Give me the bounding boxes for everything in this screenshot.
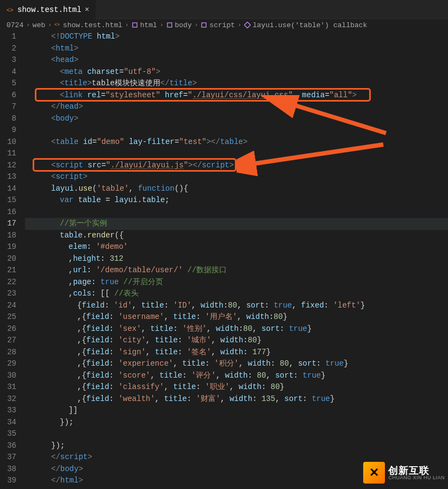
breadcrumb-item[interactable]: script: [201, 21, 235, 29]
line-number: 29: [0, 358, 16, 370]
code-line[interactable]: ,url: '/demo/table/user/' //数据接口: [25, 265, 448, 277]
tab-bar: <> show.test.html ×: [0, 0, 448, 19]
line-number: 21: [0, 265, 16, 277]
svg-rect-2: [133, 23, 137, 27]
breadcrumb-item[interactable]: html: [132, 21, 157, 29]
code-line[interactable]: table.render({: [25, 230, 448, 242]
code-line[interactable]: <script src="./layui/layui.js"></script>: [25, 160, 448, 172]
line-number: 12: [0, 160, 16, 172]
line-number: 20: [0, 253, 16, 265]
line-number: 36: [0, 440, 16, 452]
chevron-right-icon: ›: [194, 22, 199, 28]
watermark-title: 创新互联: [388, 466, 445, 475]
chevron-right-icon: ›: [26, 22, 30, 28]
code-line[interactable]: });: [25, 440, 448, 452]
code-line[interactable]: ,{field: 'sex', title: '性别', width:80, s…: [25, 323, 448, 335]
tab-label: show.test.html: [17, 5, 82, 14]
code-line[interactable]: <html>: [25, 43, 448, 55]
chevron-right-icon: ›: [47, 22, 52, 28]
symbol-icon: [201, 22, 207, 28]
svg-text:<>: <>: [7, 7, 14, 13]
watermark-logo-icon: ✕: [363, 462, 385, 484]
code-line[interactable]: <script>: [25, 171, 448, 183]
html-file-icon: <>: [7, 6, 14, 14]
code-line[interactable]: [25, 124, 448, 136]
code-line[interactable]: [25, 148, 448, 160]
svg-rect-4: [202, 23, 206, 27]
code-line[interactable]: ,{field: 'classify', title: '职业', width:…: [25, 381, 448, 393]
svg-rect-5: [244, 22, 250, 28]
code-line[interactable]: ,{field: 'username', title: '用户名', width…: [25, 311, 448, 323]
code-line[interactable]: <link rel="stylesheet" href="./layui/css…: [25, 90, 448, 102]
code-area[interactable]: <!DOCTYPE html><html><head><meta charset…: [25, 31, 448, 489]
line-number: 7: [0, 101, 16, 113]
line-number: 22: [0, 277, 16, 289]
svg-rect-3: [167, 23, 172, 27]
line-number: 11: [0, 148, 16, 160]
code-line[interactable]: <head>: [25, 54, 448, 66]
chevron-right-icon: ›: [159, 22, 164, 28]
breadcrumb-item[interactable]: layui.use('table') callback: [244, 21, 368, 29]
code-line[interactable]: ,page: true //开启分页: [25, 277, 448, 289]
line-number: 23: [0, 288, 16, 300]
code-line[interactable]: ,{field: 'city', title: '城市', width:80}: [25, 335, 448, 347]
line-number: 1: [0, 31, 16, 43]
code-line[interactable]: ,height: 312: [25, 253, 448, 265]
svg-text:<>: <>: [54, 22, 60, 27]
code-line[interactable]: [25, 428, 448, 440]
tab-active[interactable]: <> show.test.html ×: [0, 0, 96, 19]
breadcrumb-item[interactable]: <> show.test.html: [54, 21, 122, 29]
code-line[interactable]: layui.use('table', function(){: [25, 183, 448, 195]
line-number: 6: [0, 90, 16, 102]
editor[interactable]: 1234567891011121314151617181920212223242…: [0, 31, 448, 489]
line-number: 26: [0, 323, 16, 335]
code-line[interactable]: //第一个实例: [25, 218, 448, 230]
line-number: 24: [0, 300, 16, 312]
code-line[interactable]: ,{field: 'sign', title: '签名', width: 177…: [25, 347, 448, 359]
code-line[interactable]: ,{field: 'wealth', title: '财富', width: 1…: [25, 393, 448, 405]
breadcrumb-item[interactable]: body: [166, 21, 192, 29]
symbol-icon: [132, 22, 138, 28]
line-number: 27: [0, 335, 16, 347]
code-line[interactable]: <body>: [25, 113, 448, 125]
code-line[interactable]: [25, 206, 448, 218]
code-line[interactable]: ,cols: [[ //表头: [25, 288, 448, 300]
line-number: 28: [0, 347, 16, 359]
line-number: 9: [0, 124, 16, 136]
line-number: 17: [0, 218, 16, 230]
breadcrumb-item[interactable]: web: [33, 21, 45, 29]
function-icon: [244, 22, 251, 28]
line-number: 35: [0, 428, 16, 440]
code-line[interactable]: {field: 'id', title: 'ID', width:80, sor…: [25, 300, 448, 312]
code-line[interactable]: });: [25, 417, 448, 429]
symbol-icon: [166, 22, 173, 28]
line-number: 19: [0, 241, 16, 253]
code-line[interactable]: <title>table模块快速使用</title>: [25, 78, 448, 90]
line-number: 5: [0, 78, 16, 90]
line-number: 39: [0, 475, 16, 487]
breadcrumb: 0724 › web › <> show.test.html › html › …: [0, 19, 448, 31]
code-line[interactable]: <table id="demo" lay-filter="test"></tab…: [25, 136, 448, 148]
line-number: 30: [0, 370, 16, 382]
code-line[interactable]: elem: '#demo': [25, 241, 448, 253]
code-line[interactable]: <!DOCTYPE html>: [25, 31, 448, 43]
watermark-subtitle: CHUANG XIN HU LIAN: [388, 475, 445, 480]
code-line[interactable]: ,{field: 'score', title: '评分', width: 80…: [25, 370, 448, 382]
line-number: 37: [0, 452, 16, 463]
code-line[interactable]: ]]: [25, 405, 448, 417]
line-number: 31: [0, 381, 16, 393]
line-number: 3: [0, 54, 16, 66]
breadcrumb-item[interactable]: 0724: [7, 21, 23, 29]
code-line[interactable]: <meta charset="utf-8">: [25, 66, 448, 78]
html-file-icon: <>: [54, 22, 61, 28]
code-line[interactable]: var table = layui.table;: [25, 195, 448, 206]
line-number: 2: [0, 43, 16, 55]
tab-bar-spacer: [96, 0, 448, 19]
code-line[interactable]: </head>: [25, 101, 448, 113]
line-number: 8: [0, 113, 16, 125]
close-icon[interactable]: ×: [85, 5, 89, 14]
code-line[interactable]: ,{field: 'experience', title: '积分', widt…: [25, 358, 448, 370]
line-number: 18: [0, 230, 16, 242]
line-number: 25: [0, 311, 16, 323]
line-number-gutter: 1234567891011121314151617181920212223242…: [0, 31, 25, 489]
